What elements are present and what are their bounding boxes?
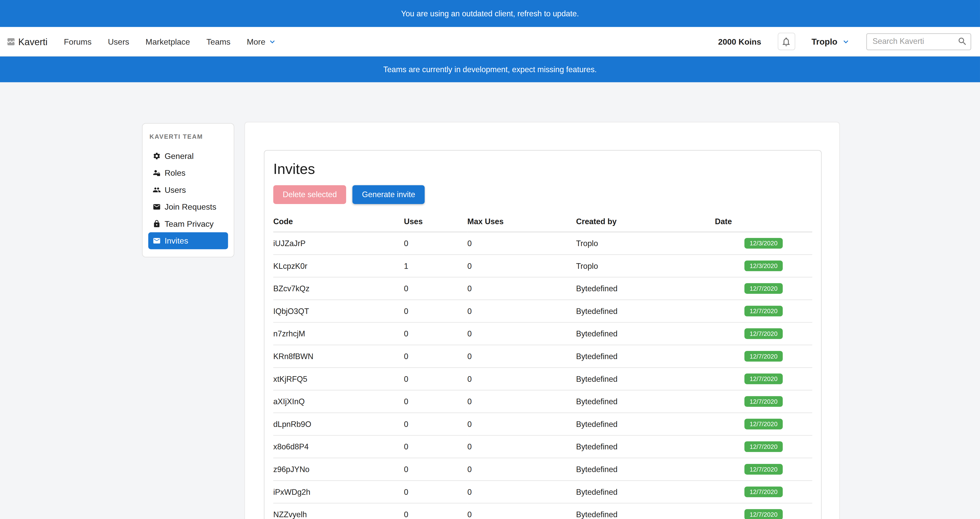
search-box: [866, 33, 971, 50]
invite-row[interactable]: xtKjRFQ5 0 0 Bytedefined 12/7/2020: [273, 368, 812, 390]
sidebar-item-invites[interactable]: Invites: [148, 232, 228, 249]
invite-created-by: Bytedefined: [576, 503, 715, 519]
invite-code: KRn8fBWN: [273, 345, 404, 368]
teams-dev-banner-text: Teams are currently in development, expe…: [383, 65, 597, 74]
invite-max-uses: 0: [467, 232, 576, 255]
invite-date-badge: 12/7/2020: [745, 351, 783, 362]
invite-date-cell: 12/7/2020: [715, 503, 812, 519]
invite-date-cell: 12/7/2020: [715, 435, 812, 458]
invite-row[interactable]: iUJZaJrP 0 0 Troplo 12/3/2020: [273, 232, 812, 255]
invite-code: dLpnRb9O: [273, 413, 404, 435]
lock-icon: [153, 220, 161, 228]
outdated-client-banner: You are using an outdated client, refres…: [0, 0, 980, 27]
invite-code: n7zrhcjM: [273, 322, 404, 345]
invite-row[interactable]: n7zrhcjM 0 0 Bytedefined 12/7/2020: [273, 322, 812, 345]
page: You are using an outdated client, refres…: [0, 0, 980, 519]
invite-created-by: Bytedefined: [576, 458, 715, 481]
invite-row[interactable]: dLpnRb9O 0 0 Bytedefined 12/7/2020: [273, 413, 812, 435]
invite-uses: 0: [404, 390, 468, 413]
nav-teams[interactable]: Teams: [207, 37, 231, 46]
invite-created-by: Bytedefined: [576, 277, 715, 300]
invite-date-cell: 12/7/2020: [715, 300, 812, 322]
column-header-max-uses: Max Uses: [467, 212, 576, 232]
invite-date-cell: 12/3/2020: [715, 232, 812, 255]
invite-max-uses: 0: [467, 481, 576, 503]
sidebar-item-team-privacy[interactable]: Team Privacy: [148, 215, 228, 232]
sidebar-item-label: General: [165, 151, 194, 161]
broken-image-icon: [6, 37, 16, 46]
user-menu[interactable]: Troplo: [811, 37, 850, 46]
invite-created-by: Bytedefined: [576, 345, 715, 368]
invite-row[interactable]: aXIjXInQ 0 0 Bytedefined 12/7/2020: [273, 390, 812, 413]
nav-marketplace[interactable]: Marketplace: [145, 37, 190, 46]
invite-date-cell: 12/7/2020: [715, 481, 812, 503]
sidebar-item-join-requests[interactable]: Join Requests: [148, 198, 228, 215]
invite-row[interactable]: BZcv7kQz 0 0 Bytedefined 12/7/2020: [273, 277, 812, 300]
sidebar-item-users[interactable]: Users: [148, 181, 228, 198]
invite-created-by: Bytedefined: [576, 300, 715, 322]
invite-date-badge: 12/7/2020: [745, 396, 783, 407]
invite-max-uses: 0: [467, 345, 576, 368]
chevron-down-icon: [842, 37, 850, 45]
sidebar-item-label: Roles: [165, 168, 186, 178]
invite-date-badge: 12/7/2020: [745, 441, 783, 452]
team-sidebar: KAVERTI TEAM General Roles Users Join Re…: [142, 123, 234, 257]
invites-table: Code Uses Max Uses Created by Date iUJZa…: [273, 212, 812, 519]
invite-date-badge: 12/7/2020: [745, 374, 783, 384]
invite-max-uses: 0: [467, 277, 576, 300]
invite-code: KLcpzK0r: [273, 254, 404, 277]
invite-date-cell: 12/7/2020: [715, 345, 812, 368]
nav-forums[interactable]: Forums: [64, 37, 91, 46]
search-input[interactable]: [866, 33, 971, 50]
invite-created-by: Bytedefined: [576, 481, 715, 503]
sidebar-item-label: Team Privacy: [165, 219, 213, 229]
invite-row[interactable]: KLcpzK0r 1 0 Troplo 12/3/2020: [273, 254, 812, 277]
teams-dev-banner: Teams are currently in development, expe…: [0, 57, 980, 83]
invite-created-by: Bytedefined: [576, 390, 715, 413]
nav-more-label: More: [247, 37, 266, 46]
invite-row[interactable]: iPxWDg2h 0 0 Bytedefined 12/7/2020: [273, 481, 812, 503]
invite-created-by: Bytedefined: [576, 413, 715, 435]
invite-date-cell: 12/7/2020: [715, 413, 812, 435]
invite-uses: 0: [404, 435, 468, 458]
envelope-icon: [153, 236, 161, 245]
invite-uses: 0: [404, 481, 468, 503]
sidebar-item-roles[interactable]: Roles: [148, 165, 228, 181]
invite-code: xtKjRFQ5: [273, 368, 404, 390]
koins-balance[interactable]: 2000 Koins: [718, 37, 761, 46]
nav-users[interactable]: Users: [108, 37, 129, 46]
nav-more[interactable]: More: [247, 37, 277, 46]
invite-row[interactable]: IQbjO3QT 0 0 Bytedefined 12/7/2020: [273, 300, 812, 322]
invites-table-body: iUJZaJrP 0 0 Troplo 12/3/2020 KLcpzK0r 1…: [273, 232, 812, 519]
invite-uses: 0: [404, 232, 468, 255]
invite-uses: 0: [404, 277, 468, 300]
notifications-button[interactable]: [778, 33, 795, 50]
main-panel: Invites Delete selected Generate invite …: [245, 122, 840, 519]
brand-logo[interactable]: Kaverti: [6, 36, 48, 47]
invite-date-badge: 12/7/2020: [745, 464, 783, 475]
invite-row[interactable]: NZZvyelh 0 0 Bytedefined 12/7/2020: [273, 503, 812, 519]
invite-code: iPxWDg2h: [273, 481, 404, 503]
outdated-client-banner-text: You are using an outdated client, refres…: [401, 9, 579, 18]
invite-date-cell: 12/7/2020: [715, 390, 812, 413]
invite-uses: 0: [404, 345, 468, 368]
invite-date-badge: 12/7/2020: [745, 509, 783, 519]
invite-max-uses: 0: [467, 254, 576, 277]
search-icon[interactable]: [957, 36, 967, 46]
invite-uses: 1: [404, 254, 468, 277]
invite-row[interactable]: z96pJYNo 0 0 Bytedefined 12/7/2020: [273, 458, 812, 481]
generate-invite-button[interactable]: Generate invite: [352, 185, 425, 204]
invite-row[interactable]: x8o6d8P4 0 0 Bytedefined 12/7/2020: [273, 435, 812, 458]
invite-date-cell: 12/3/2020: [715, 254, 812, 277]
invite-row[interactable]: KRn8fBWN 0 0 Bytedefined 12/7/2020: [273, 345, 812, 368]
invite-code: NZZvyelh: [273, 503, 404, 519]
brand-name: Kaverti: [18, 36, 48, 47]
sidebar-item-general[interactable]: General: [148, 148, 228, 164]
invite-code: z96pJYNo: [273, 458, 404, 481]
table-header-row: Code Uses Max Uses Created by Date: [273, 212, 812, 232]
invite-created-by: Bytedefined: [576, 368, 715, 390]
invite-created-by: Bytedefined: [576, 435, 715, 458]
column-header-created-by: Created by: [576, 212, 715, 232]
delete-selected-button[interactable]: Delete selected: [273, 185, 346, 204]
user-lock-icon: [153, 169, 161, 177]
